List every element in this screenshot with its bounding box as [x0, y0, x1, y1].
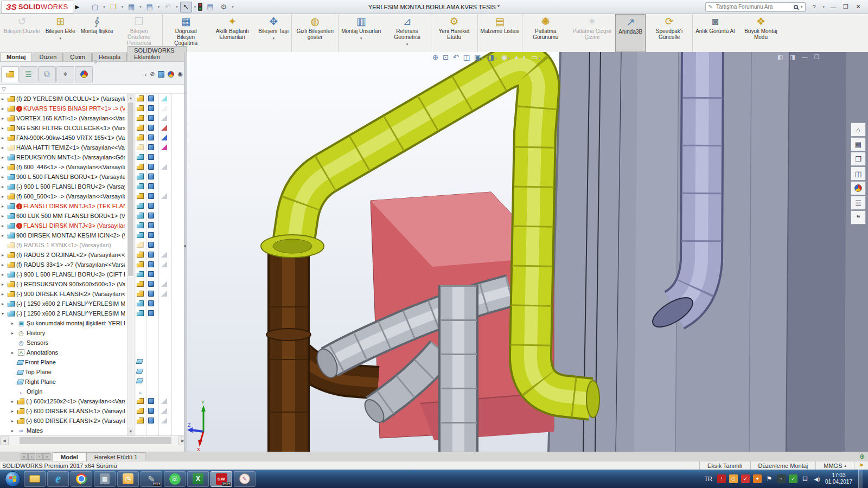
display-state-icon[interactable]	[148, 310, 154, 316]
ribbon-tab[interactable]: Montaj	[0, 53, 32, 61]
expand-arrow-icon[interactable]: ▸	[2, 282, 8, 287]
expand-arrow-icon[interactable]: ▸	[2, 126, 8, 131]
display-style-icon[interactable]: ◨	[488, 53, 497, 61]
tree-item-label[interactable]: (-) 900 L 500 FLANSLI BORU<3> (CIFT FLAN…	[16, 271, 125, 278]
new-document-icon[interactable]: ▢	[89, 2, 101, 12]
display-state-icon[interactable]	[148, 252, 154, 258]
tree-row[interactable]: ▸ (f) RADUS 2 ORJINAL<2> (Varsayılan<<Va…	[0, 250, 187, 260]
tree-vertical-scrollbar[interactable]: ▲ ▼	[127, 94, 135, 435]
display-state-icon[interactable]	[148, 183, 154, 189]
tree-item-label[interactable]: 600 LUK 500 MM FLANSLI BORU<1> (Varsayıl…	[16, 213, 125, 219]
calculator-taskbar-button[interactable]: ▦	[94, 471, 116, 487]
language-indicator[interactable]: TR	[704, 476, 712, 482]
expand-arrow-icon[interactable]: ▸	[2, 116, 8, 121]
display-pane-cube-icon[interactable]	[158, 71, 164, 78]
scroll-left-icon[interactable]: ◀	[0, 436, 9, 445]
display-state-icon[interactable]	[148, 222, 154, 228]
tree-item-label[interactable]: (f) 600_446<1> -> (Varsayılan<<Varsayıla…	[16, 164, 125, 170]
display-state-icon[interactable]	[148, 232, 154, 238]
dropdown-caret-icon[interactable]: ▾	[194, 5, 196, 9]
forum-icon[interactable]: ❝	[851, 210, 866, 224]
expand-arrow-icon[interactable]: ▸	[2, 175, 8, 179]
print-icon[interactable]: ▤	[144, 2, 156, 12]
dropdown-caret-icon[interactable]: ▾	[232, 5, 234, 9]
explode-line-sketch-button[interactable]: ✶ Patlatma Çizgisi Çizimi	[569, 14, 615, 52]
ribbon-tab[interactable]: SOLIDWORKS Eklentileri	[127, 46, 187, 61]
custom-properties-icon[interactable]: ☰	[851, 196, 866, 210]
dropdown-caret-icon[interactable]	[406, 40, 409, 47]
view-orientation-icon[interactable]: ▣	[474, 53, 483, 61]
alert-tray-icon[interactable]: !	[717, 474, 726, 483]
expand-arrow-icon[interactable]: ▸	[2, 214, 8, 219]
apply-scene-icon[interactable]: ◐	[522, 53, 527, 61]
tree-row[interactable]: ▸ HAVA HATTI TEMIZ<1> (Varsayılan<<Varsa…	[0, 143, 187, 152]
tree-row[interactable]: ▸ (-) 600 DIRSEK FLANSI<1> (Varsayılan<<…	[0, 406, 187, 416]
edit-component-button[interactable]: ↺ Bileşen Düzele	[1, 14, 43, 52]
large-assembly-mode-button[interactable]: ❖ Büyük Montaj Modu	[737, 14, 784, 52]
tree-item-label[interactable]: Top Plane	[25, 369, 52, 375]
update-speedpak-button[interactable]: ⟳ Speedpak'ı Güncelle	[646, 14, 692, 52]
antivirus-tray-icon[interactable]: ✓	[741, 474, 750, 483]
expand-arrow-icon[interactable]: ▸	[11, 409, 17, 414]
tree-item-label[interactable]: (-) [ 1250 x600 2 FLANSLI^YERLESIM MONTA…	[16, 310, 125, 317]
expand-arrow-icon[interactable]: ▸	[2, 136, 8, 140]
close-button[interactable]: ✕	[854, 3, 863, 10]
dropdown-caret-icon[interactable]: ▾	[103, 5, 105, 9]
tree-item-label[interactable]: Şu konumdaki montaj ilişkileri: YERLESIM	[27, 320, 125, 326]
status-field[interactable]: Eksik Tanımlı	[699, 461, 750, 470]
tree-row[interactable]: ▸ Şu konumdaki montaj ilişkileri: YERLES…	[0, 318, 187, 328]
search-icon[interactable]	[794, 5, 798, 9]
doc-restore-icon[interactable]: ❐	[814, 54, 820, 61]
display-state-icon[interactable]	[148, 261, 154, 267]
scroll-up-icon[interactable]: ▲	[127, 94, 134, 101]
dropdown-caret-icon[interactable]	[59, 34, 61, 41]
tree-item-label[interactable]: (f) RADUS 33<1> ->? (Varsayılan<<Varsayı…	[16, 261, 125, 268]
propertymanager-tab[interactable]: ☰	[20, 66, 37, 82]
expand-arrow-icon[interactable]: ▸	[2, 184, 8, 189]
display-state-icon[interactable]	[148, 105, 154, 111]
tree-item-label[interactable]: REDUKSIYON MNT<1> (Varsayılan<Görüntü D	[16, 154, 125, 160]
save-icon[interactable]: ▦	[125, 2, 137, 12]
home-resources-icon[interactable]: ⌂	[851, 123, 866, 137]
system-clock[interactable]: 17:03 01.04.2017	[825, 472, 852, 485]
tree-row[interactable]: ▸ (-) [ 1250 x600 2 FLANSLI^YERLESIM MON…	[0, 299, 187, 309]
tree-item-label[interactable]: Annotations	[27, 349, 58, 356]
tree-item-label[interactable]: (-) [ 1250 x600 2 FLANSLI^YERLESIM MONTA…	[16, 300, 125, 307]
whatsapp-taskbar-button[interactable]: ☏	[164, 471, 186, 487]
tree-row[interactable]: ▸ Annotations	[0, 348, 187, 357]
tree-item-label[interactable]: Sensors	[27, 339, 48, 346]
ribbon-collapse-handle[interactable]	[94, 60, 97, 63]
tree-row[interactable]: ▸ FAN-900K-90kw-1450 VRTX 165<1> (Varsay…	[0, 133, 187, 143]
doc-minimize-icon[interactable]: —	[802, 54, 808, 61]
chrome-taskbar-button[interactable]	[71, 471, 92, 487]
tree-item-label[interactable]: FAN-900K-90kw-1450 VRTX 165<1> (Varsayıl…	[16, 134, 125, 141]
properties-icon[interactable]: ▤	[204, 2, 216, 12]
tree-row[interactable]: ▸ Mates	[0, 426, 187, 435]
appearance-tab[interactable]	[75, 66, 93, 82]
dish-tray-icon[interactable]: ⌁	[777, 474, 786, 483]
tree-row[interactable]: ▸ (f) RADUS 33<1> ->? (Varsayılan<<Varsa…	[0, 260, 187, 269]
tree-item-label[interactable]: HAVA HATTI TEMIZ<1> (Varsayılan<<Varsayı	[16, 144, 125, 151]
display-state-icon[interactable]	[148, 242, 154, 248]
filter-icon[interactable]: ▽	[2, 86, 6, 92]
display-state-icon[interactable]	[148, 271, 154, 277]
view-palette-icon[interactable]: ◫	[851, 166, 866, 181]
display-state-icon[interactable]	[148, 193, 154, 199]
dropdown-caret-icon[interactable]	[360, 34, 362, 41]
new-motion-study-button[interactable]: ⚙ Yeni Hareket Etüdü	[431, 14, 477, 52]
world-icon[interactable]: ⊕	[859, 453, 865, 460]
volume-tray-icon[interactable]: ◀)	[813, 474, 821, 483]
hide-show-items-icon[interactable]: ◉	[501, 53, 510, 61]
internet-explorer-taskbar-button[interactable]: e	[47, 471, 69, 487]
tree-row[interactable]: Origin	[0, 387, 187, 396]
tree-item-label[interactable]: (-) 900 DIRSEK FLANSI<2> (Varsayılan<<Va…	[16, 291, 125, 297]
tree-item-label[interactable]: (f) 2D YERLESIM OLCULU<1> (Varsayılan<<V…	[16, 95, 125, 102]
display-state-icon[interactable]	[148, 154, 154, 160]
tag-icon[interactable]: ⚑	[854, 461, 868, 470]
tree-row[interactable]: ▸ (-) 900 DIRSEK FLANSI<2> (Varsayılan<<…	[0, 289, 187, 299]
display-state-icon[interactable]	[148, 418, 154, 423]
reference-geometry-button[interactable]: ⊿ Referans Geometrisi	[384, 14, 431, 52]
tree-row[interactable]: ▸ (-) 900 L 500 FLANSLI BORU<3> (CIFT FL…	[0, 269, 187, 279]
insert-components-button[interactable]: ⊞ Bileşen Ekle	[43, 14, 78, 52]
display-state-icon[interactable]	[148, 174, 154, 179]
